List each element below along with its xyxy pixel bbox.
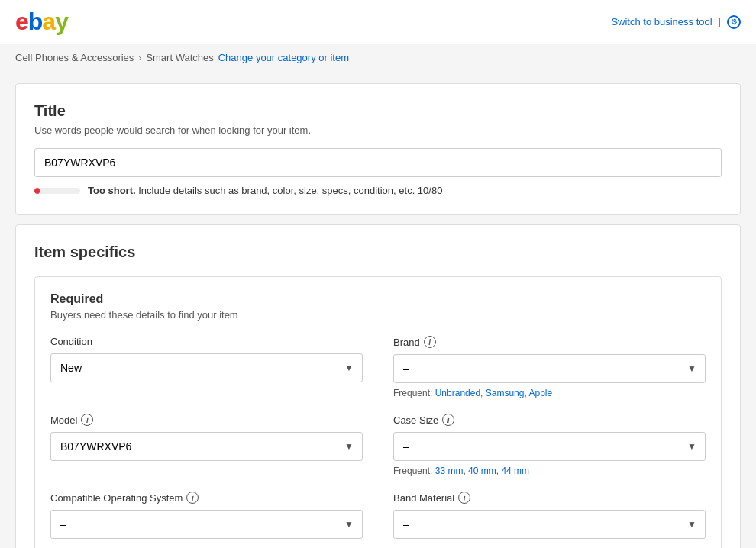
warning-bar: Too short. Include details such as brand… [34, 185, 722, 196]
field-group-case_size: Case Sizei–33 mm40 mm44 mm▼Frequent: 33 … [393, 414, 706, 476]
title-input[interactable] [34, 148, 722, 177]
select-wrap-brand: –UnbrandedSamsungAppleOther▼ [393, 354, 706, 383]
breadcrumb-sep: › [138, 53, 141, 63]
divider: | [719, 16, 721, 27]
frequent-row-case_size: Frequent: 33 mm, 40 mm, 44 mm [393, 466, 706, 476]
warning-short: Too short. [88, 185, 136, 196]
info-icon-case_size[interactable]: i [442, 414, 454, 426]
required-description: Buyers need these details to find your i… [50, 309, 706, 321]
select-band_material[interactable]: – [393, 510, 706, 539]
info-icon-compatible_os[interactable]: i [186, 492, 199, 504]
field-group-band_material: Band Materiali–▼ [393, 492, 706, 539]
field-group-model: ModeliB07YWRXVP6▼ [50, 414, 363, 476]
select-wrap-band_material: –▼ [393, 510, 706, 539]
select-condition[interactable]: NewUsedRefurbished [50, 353, 363, 382]
field-label-brand: Brandi [393, 336, 706, 348]
select-wrap-model: B07YWRXVP6▼ [50, 432, 363, 461]
info-icon-model[interactable]: i [81, 414, 93, 426]
field-label-case_size: Case Sizei [393, 414, 706, 426]
title-heading: Title [34, 102, 722, 120]
required-box: Required Buyers need these details to fi… [34, 276, 722, 548]
fields-grid: ConditionNewUsedRefurbished▼Brandi–Unbra… [50, 336, 706, 548]
warning-text: Too short. Include details such as brand… [88, 185, 442, 196]
select-wrap-condition: NewUsedRefurbished▼ [50, 353, 363, 382]
progress-bar-wrap [34, 188, 80, 194]
item-specifics-heading: Item specifics [34, 243, 722, 261]
logo-a: a [42, 8, 55, 35]
field-label-condition: Condition [50, 336, 363, 347]
select-brand[interactable]: –UnbrandedSamsungAppleOther [393, 354, 706, 383]
frequent-item-brand-1[interactable]: Samsung [486, 388, 525, 398]
info-icon-brand[interactable]: i [424, 336, 436, 348]
title-description: Use words people would search for when l… [34, 124, 722, 136]
breadcrumb-sub[interactable]: Smart Watches [146, 52, 213, 63]
select-case_size[interactable]: –33 mm40 mm44 mm [393, 432, 706, 461]
warning-detail: Include details such as brand, color, si… [136, 185, 443, 196]
frequent-label-case_size: Frequent: [393, 466, 435, 476]
required-heading: Required [50, 292, 706, 306]
item-specifics-card: Item specifics Required Buyers need thes… [15, 224, 741, 548]
select-wrap-compatible_os: –▼ [50, 510, 363, 539]
header-right: Switch to business tool | ⚙ [611, 15, 741, 29]
select-compatible_os[interactable]: – [50, 510, 363, 539]
frequent-label-brand: Frequent: [393, 388, 435, 398]
progress-bar-fill [34, 188, 40, 194]
frequent-row-brand: Frequent: Unbranded, Samsung, Apple [393, 388, 706, 398]
header: ebay Switch to business tool | ⚙ [0, 0, 756, 44]
switch-to-business-link[interactable]: Switch to business tool [611, 16, 712, 27]
ebay-logo: ebay [15, 8, 68, 36]
field-group-condition: ConditionNewUsedRefurbished▼ [50, 336, 363, 398]
main-content: Title Use words people would search for … [0, 71, 756, 548]
gear-icon[interactable]: ⚙ [727, 15, 741, 29]
field-label-band_material: Band Materiali [393, 492, 706, 504]
frequent-item-case_size-0[interactable]: 33 mm [435, 466, 464, 476]
frequent-item-case_size-2[interactable]: 44 mm [501, 466, 529, 476]
field-label-model: Modeli [50, 414, 363, 426]
field-group-brand: Brandi–UnbrandedSamsungAppleOther▼Freque… [393, 336, 706, 398]
logo-y: y [55, 8, 68, 35]
logo-b: b [28, 8, 43, 35]
select-wrap-case_size: –33 mm40 mm44 mm▼ [393, 432, 706, 461]
title-card: Title Use words people would search for … [15, 83, 741, 215]
frequent-sep: , [480, 388, 486, 398]
logo-e: e [15, 8, 28, 35]
frequent-item-brand-0[interactable]: Unbranded [435, 388, 480, 398]
change-category-link[interactable]: Change your category or item [218, 52, 349, 63]
breadcrumb: Cell Phones & Accessories › Smart Watche… [0, 44, 756, 71]
select-model[interactable]: B07YWRXVP6 [50, 432, 363, 461]
info-icon-band_material[interactable]: i [458, 492, 470, 504]
breadcrumb-category[interactable]: Cell Phones & Accessories [15, 52, 134, 63]
field-label-compatible_os: Compatible Operating Systemi [50, 492, 363, 504]
field-group-compatible_os: Compatible Operating Systemi–▼ [50, 492, 363, 539]
frequent-item-case_size-1[interactable]: 40 mm [468, 466, 496, 476]
frequent-item-brand-2[interactable]: Apple [528, 388, 552, 398]
